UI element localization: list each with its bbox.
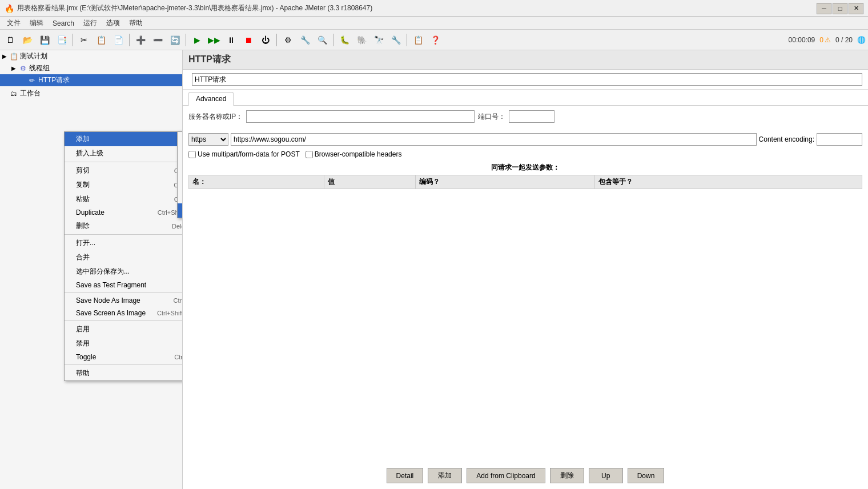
open-button[interactable]: 📂 [19,32,35,48]
ctx-insert-parent[interactable]: 插入上级 ▶ [65,146,183,161]
ctx-help[interactable]: 帮助 [65,366,183,380]
add-button[interactable]: ➕ [132,32,148,48]
ctx-cut-label: 剪切 [76,166,90,175]
remote-start-button[interactable]: ⚙ [280,32,296,48]
tree-node-workbench[interactable]: 🗂 工作台 [0,87,182,99]
ctx-disable-label: 禁用 [76,339,90,348]
template-button[interactable]: 🐘 [353,32,369,48]
menu-help[interactable]: 帮助 [124,17,147,29]
submenu-add-listener[interactable]: 监听器 ▶ [178,203,183,218]
submenu-add-config[interactable]: 配置元件 ▶ [178,132,183,146]
submenu-add-assertion[interactable]: 断言 ▶ [178,189,183,203]
warn-icon: ⚠ [825,36,831,44]
settings-button[interactable]: 🔧 [388,32,404,48]
col-include: 包含等于？ [595,175,862,189]
url-input[interactable] [231,133,757,146]
copy-button[interactable]: 📋 [93,32,109,48]
list-button[interactable]: 📋 [410,32,426,48]
encoding-input[interactable] [817,133,862,146]
down-button[interactable]: Down [628,468,665,483]
ctx-copy[interactable]: 复制 Ctrl-C [65,178,183,192]
ctx-insert-parent-label: 插入上级 [76,149,103,158]
port-label: 端口号： [478,112,505,122]
remote-exit-button[interactable]: 🔍 [314,32,330,48]
submenu-add: 配置元件 ▶ 定时器 ▶ 前置处理器 ▶ 后置处理器 ▶ 断言 ▶ 监听器 ▶ [177,131,183,218]
menu-run[interactable]: 运行 [79,17,102,29]
checkbox-multipart-input[interactable] [188,151,196,158]
question-button[interactable]: ❓ [427,32,443,48]
save-all-button[interactable]: 📑 [54,32,70,48]
ctx-paste[interactable]: 粘贴 Ctrl-V [65,192,183,206]
ctx-sep2 [65,234,183,235]
tree-icon-http-request: ✏ [27,76,37,85]
ctx-add-label: 添加 [76,134,90,144]
ctx-merge[interactable]: 合并 [65,250,183,264]
stop-button[interactable]: ⏹ [240,32,256,48]
submenu-add-pre-processor[interactable]: 前置处理器 ▶ [178,161,183,175]
pause-button[interactable]: ⏸ [223,32,239,48]
tab-advanced[interactable]: Advanced [188,92,234,106]
tree-node-http-request[interactable]: ✏ HTTP请求 [0,74,182,86]
server-input[interactable] [246,110,475,123]
protocol-select[interactable]: https [188,133,228,146]
sep2 [129,34,130,46]
run-no-pause-button[interactable]: ▶▶ [206,32,222,48]
tabs-row: Advanced [183,90,868,106]
ctx-paste-label: 粘贴 [76,194,90,204]
delete-param-button[interactable]: 删除 [550,468,584,483]
menu-options[interactable]: 选项 [102,17,124,29]
ctx-delete-shortcut: Delete [172,223,183,230]
params-title: 同请求一起发送参数： [183,161,868,175]
ctx-cut[interactable]: 剪切 Ctrl-X [65,163,183,178]
tab-advanced-label: Advanced [196,95,226,103]
ctx-save-part[interactable]: 选中部分保存为... [65,264,183,279]
maximize-button[interactable]: □ [833,3,847,14]
main-container: ▶ 📋 测试计划 ▶ ⚙ 线程组 ✏ HTTP请求 🗂 工作台 添加 ▶ 插入 [0,50,868,489]
add-from-clipboard-button[interactable]: Add from Clipboard [467,468,545,483]
submenu-add-post-processor[interactable]: 后置处理器 ▶ [178,175,183,189]
function-helper-button[interactable]: 🐛 [336,32,352,48]
remove-button[interactable]: ➖ [150,32,166,48]
checkbox-browser-headers-input[interactable] [306,151,313,158]
cut-button[interactable]: ✂ [76,32,92,48]
port-input[interactable] [509,110,554,123]
submenu-add-timer[interactable]: 定时器 ▶ [178,146,183,161]
ctx-add[interactable]: 添加 ▶ [65,132,183,146]
ctx-save-fragment[interactable]: Save as Test Fragment [65,279,183,291]
minimize-button[interactable]: ─ [817,3,831,14]
ctx-save-screen-image-label: Save Screen As Image [76,309,146,317]
add-param-button[interactable]: 添加 [428,468,462,483]
menu-edit[interactable]: 编辑 [25,17,48,29]
col-encoded: 编码？ [416,175,595,189]
ctx-save-node-image[interactable]: Save Node As Image Ctrl-G [65,294,183,307]
shutdown-button[interactable]: ⏻ [258,32,274,48]
tree-icon-workbench: 🗂 [9,89,18,98]
paste-button[interactable]: 📄 [110,32,126,48]
ctx-enable[interactable]: 启用 [65,322,183,336]
menu-search[interactable]: Search [48,18,79,29]
tree-node-thread-group[interactable]: ▶ ⚙ 线程组 [0,62,182,74]
tree-node-test-plan[interactable]: ▶ 📋 测试计划 [0,50,182,62]
ctx-save-fragment-label: Save as Test Fragment [76,281,146,289]
ctx-disable[interactable]: 禁用 [65,336,183,351]
title-bar-text: 用表格察看结果.jmx (E:\测试软件\JMeter\apache-jmete… [17,3,817,13]
save-button[interactable]: 💾 [37,32,53,48]
ctx-delete[interactable]: 删除 Delete [65,219,183,233]
log-button[interactable]: 🔭 [371,32,387,48]
run-button[interactable]: ▶ [189,32,205,48]
new-button[interactable]: 🗒 [2,32,18,48]
bottom-buttons: Detail 添加 Add from Clipboard 删除 Up Down [183,468,868,483]
detail-button[interactable]: Detail [387,468,424,483]
up-button[interactable]: Up [589,468,623,483]
ctx-toggle[interactable]: Toggle Ctrl-T [65,351,183,363]
ctx-duplicate[interactable]: Duplicate Ctrl+Shift-C [65,206,183,219]
remote-stop-button[interactable]: 🔧 [297,32,313,48]
checkbox-multipart[interactable]: Use multipart/form-data for POST [188,150,300,158]
name-input[interactable] [192,73,862,86]
ctx-open[interactable]: 打开... [65,236,183,250]
clear-button[interactable]: 🔄 [167,32,183,48]
menu-file[interactable]: 文件 [2,17,25,29]
checkbox-browser-headers[interactable]: Browser-compatible headers [306,150,402,158]
close-button[interactable]: ✕ [849,3,863,14]
ctx-save-screen-image[interactable]: Save Screen As Image Ctrl+Shift-G [65,307,183,319]
